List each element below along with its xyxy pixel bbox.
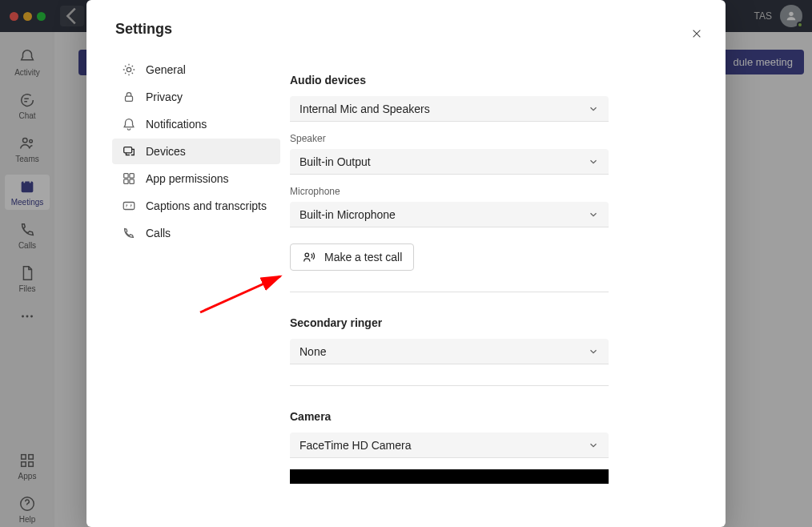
- settings-nav: General Privacy Notifications Devices Ap…: [112, 57, 280, 246]
- svg-rect-17: [124, 174, 128, 178]
- nav-general[interactable]: General: [112, 57, 280, 82]
- svg-rect-15: [126, 96, 133, 101]
- button-label: Make a test call: [324, 251, 402, 264]
- select-value: Built-in Microphone: [299, 208, 396, 221]
- make-test-call-button[interactable]: Make a test call: [290, 243, 414, 271]
- nav-label: App permissions: [146, 172, 229, 185]
- microphone-label: Microphone: [290, 186, 676, 197]
- select-value: FaceTime HD Camera: [299, 439, 412, 452]
- secondary-ringer-heading: Secondary ringer: [290, 316, 676, 329]
- chevron-down-icon: [588, 103, 599, 115]
- audio-devices-select[interactable]: Internal Mic and Speakers: [290, 96, 609, 122]
- nav-label: General: [146, 63, 186, 76]
- settings-modal: Settings General Privacy Notifications D…: [86, 0, 726, 527]
- divider: [290, 292, 609, 292]
- audio-devices-heading: Audio devices: [290, 74, 676, 86]
- test-call-icon: [302, 250, 316, 264]
- nav-label: Captions and transcripts: [146, 199, 267, 212]
- speaker-select[interactable]: Built-in Output: [290, 149, 609, 175]
- select-value: None: [299, 345, 326, 358]
- nav-privacy[interactable]: Privacy: [112, 84, 280, 110]
- camera-heading: Camera: [290, 410, 676, 423]
- nav-devices[interactable]: Devices: [112, 139, 280, 164]
- settings-title: Settings: [112, 21, 280, 38]
- svg-rect-20: [130, 179, 134, 183]
- close-button[interactable]: [687, 24, 706, 43]
- select-value: Internal Mic and Speakers: [299, 103, 430, 115]
- nav-calls[interactable]: Calls: [112, 220, 280, 246]
- svg-point-14: [127, 67, 131, 71]
- nav-label: Calls: [146, 227, 171, 239]
- select-value: Built-in Output: [299, 155, 371, 168]
- chevron-down-icon: [588, 440, 599, 451]
- nav-notifications[interactable]: Notifications: [112, 111, 280, 137]
- svg-rect-21: [123, 203, 135, 210]
- svg-rect-16: [124, 147, 132, 153]
- secondary-ringer-select[interactable]: None: [290, 339, 609, 364]
- chevron-down-icon: [588, 346, 599, 357]
- svg-rect-18: [130, 174, 134, 178]
- redacted-preview: [290, 469, 609, 484]
- nav-label: Notifications: [146, 118, 207, 131]
- chevron-down-icon: [588, 156, 599, 167]
- nav-label: Devices: [146, 145, 186, 158]
- nav-app-permissions[interactable]: App permissions: [112, 166, 280, 191]
- nav-label: Privacy: [146, 91, 183, 103]
- svg-rect-19: [124, 179, 128, 183]
- nav-captions[interactable]: Captions and transcripts: [112, 193, 280, 219]
- divider: [290, 385, 609, 386]
- camera-select[interactable]: FaceTime HD Camera: [290, 432, 609, 458]
- microphone-select[interactable]: Built-in Microphone: [290, 202, 609, 227]
- chevron-down-icon: [588, 209, 599, 220]
- svg-point-22: [305, 253, 309, 257]
- speaker-label: Speaker: [290, 133, 676, 144]
